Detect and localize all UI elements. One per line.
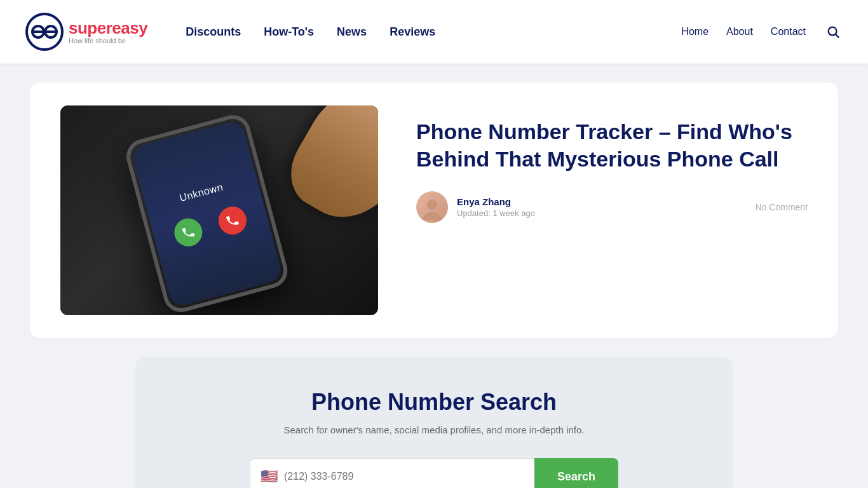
search-widget-title: Phone Number Search xyxy=(161,389,707,416)
phone-reject-icon xyxy=(224,212,241,229)
search-form: 🇺🇸 Search xyxy=(250,458,618,488)
search-widget: Phone Number Search Search for owner's n… xyxy=(135,357,733,488)
phone-buttons xyxy=(171,203,249,250)
logo-icon xyxy=(25,13,64,51)
phone-number-input[interactable] xyxy=(284,471,524,482)
article-content: Phone Number Tracker – Find Who's Behind… xyxy=(416,105,808,223)
search-icon-button[interactable] xyxy=(824,22,843,41)
search-icon xyxy=(826,25,840,39)
svg-point-7 xyxy=(423,212,441,220)
nav-contact[interactable]: Contact xyxy=(771,26,806,37)
nav-howtos[interactable]: How-To's xyxy=(264,25,314,39)
phone-accept-icon xyxy=(180,224,197,241)
main-content: Unknown xyxy=(15,83,853,488)
author-name: Enya Zhang xyxy=(457,196,535,207)
site-logo[interactable]: supereasy How life should be xyxy=(25,13,147,51)
nav-home[interactable]: Home xyxy=(681,26,709,37)
nav-discounts[interactable]: Discounts xyxy=(186,25,241,39)
article-image: Unknown xyxy=(60,105,378,315)
phone-body: Unknown xyxy=(123,111,292,315)
logo-tagline: How life should be xyxy=(69,37,147,44)
search-widget-subtitle: Search for owner's name, social media pr… xyxy=(161,424,707,435)
article-title: Phone Number Tracker – Find Who's Behind… xyxy=(416,118,808,172)
author-avatar-icon xyxy=(419,194,445,220)
phone-screen: Unknown xyxy=(130,119,283,308)
site-header: supereasy How life should be Discounts H… xyxy=(0,0,868,64)
main-nav: Discounts How-To's News Reviews xyxy=(186,25,681,39)
phone-scene: Unknown xyxy=(60,105,378,315)
nav-about[interactable]: About xyxy=(726,26,753,37)
flag-icon: 🇺🇸 xyxy=(261,468,278,485)
svg-point-6 xyxy=(427,200,437,210)
header-right: Home About Contact xyxy=(681,22,843,41)
reject-button-icon xyxy=(215,203,250,238)
nav-reviews[interactable]: Reviews xyxy=(390,25,435,39)
no-comment: No Comment xyxy=(756,202,808,212)
svg-line-5 xyxy=(836,34,839,37)
search-button[interactable]: Search xyxy=(534,458,618,488)
author-info: Enya Zhang Updated: 1 week ago xyxy=(457,196,535,218)
finger-overlay xyxy=(277,105,378,237)
author-section: Enya Zhang Updated: 1 week ago xyxy=(416,191,535,223)
logo-name: supereasy xyxy=(69,20,147,36)
nav-news[interactable]: News xyxy=(337,25,367,39)
accept-button-icon xyxy=(171,215,205,250)
author-updated: Updated: 1 week ago xyxy=(457,208,535,218)
author-avatar xyxy=(416,191,448,223)
phone-input-wrapper: 🇺🇸 xyxy=(250,458,534,488)
article-card: Unknown xyxy=(30,83,838,338)
phone-unknown-text: Unknown xyxy=(179,182,224,205)
svg-point-4 xyxy=(829,27,837,36)
article-meta: Enya Zhang Updated: 1 week ago No Commen… xyxy=(416,191,808,223)
